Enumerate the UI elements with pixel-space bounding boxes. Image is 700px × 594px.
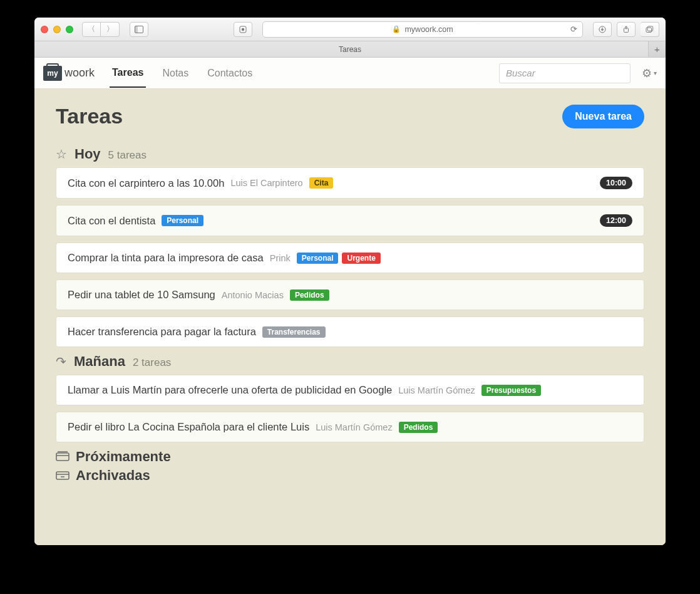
task-subtitle: Antonio Macias	[222, 290, 284, 300]
task-tags: Presupuestos	[481, 385, 541, 396]
chevron-down-icon: ▾	[654, 70, 657, 76]
reload-icon[interactable]: ⟳	[570, 24, 577, 34]
task-title: Comprar la tinta para la impresora de ca…	[68, 252, 264, 264]
tag: Cita	[309, 177, 334, 189]
gear-icon: ⚙	[642, 66, 652, 80]
task-title: Cita con el carpintero a las 10.00h	[68, 177, 224, 189]
task-tags: Pedidos	[399, 422, 438, 433]
section-archived[interactable]: Archivadas	[56, 467, 644, 484]
search-input[interactable]	[499, 63, 631, 83]
task-subtitle: Luis Martín Gómez	[398, 385, 475, 395]
task-row[interactable]: Pedir el libro La Cocina Española para e…	[56, 412, 644, 442]
browser-titlebar: 〈 〉 🔒 mywoork.com ⟳	[34, 18, 666, 41]
tag: Urgente	[342, 253, 380, 264]
app-navbar: my woork Tareas Notas Contactos ⚙ ▾	[34, 58, 666, 89]
nav-history-buttons: 〈 〉	[82, 22, 120, 37]
section-header-tomorrow: ↷ Mañana 2 tareas	[56, 353, 644, 370]
nav-tabs: Tareas Notas Contactos	[110, 59, 255, 88]
section-count-today: 5 tareas	[108, 149, 147, 162]
task-row[interactable]: Hacer transferencia para pagar la factur…	[56, 316, 644, 347]
app: my woork Tareas Notas Contactos ⚙ ▾ Tare…	[34, 58, 666, 545]
minimize-window[interactable]	[53, 26, 61, 33]
task-row[interactable]: Comprar la tinta para la impresora de ca…	[56, 242, 644, 273]
inbox-icon	[56, 450, 69, 464]
logo-text: woork	[64, 66, 95, 80]
section-title-tomorrow: Mañana	[74, 353, 125, 370]
new-tab-button[interactable]: +	[648, 41, 666, 57]
task-subtitle: Luis El Carpintero	[230, 178, 302, 188]
section-title-today: Hoy	[75, 146, 101, 162]
new-task-button[interactable]: Nueva tarea	[562, 105, 644, 128]
task-subtitle: Luis Martín Gómez	[316, 422, 393, 432]
browser-tabbar: Tareas +	[34, 41, 666, 58]
nav-tab-tareas[interactable]: Tareas	[110, 59, 146, 88]
task-title: Llamar a Luis Martín para ofrecerle una …	[68, 384, 392, 396]
tag: Pedidos	[290, 289, 329, 301]
section-count-tomorrow: 2 tareas	[133, 357, 171, 369]
tag: Personal	[162, 215, 203, 226]
task-title: Pedir una tablet de 10 Samsung	[68, 289, 215, 301]
tag: Personal	[297, 253, 339, 264]
section-header-today: ☆ Hoy 5 tareas	[56, 146, 644, 162]
svg-rect-7	[647, 26, 653, 31]
lock-icon: 🔒	[392, 25, 401, 33]
nav-tab-contactos[interactable]: Contactos	[205, 60, 255, 87]
svg-rect-6	[646, 28, 652, 33]
svg-point-3	[242, 28, 244, 30]
task-row[interactable]: Pedir una tablet de 10 SamsungAntonio Ma…	[56, 279, 644, 310]
downloads-button[interactable]	[593, 22, 612, 37]
task-time: 12:00	[600, 214, 632, 227]
url-host: mywoork.com	[404, 25, 453, 34]
svg-rect-8	[56, 453, 69, 461]
browser-window: 〈 〉 🔒 mywoork.com ⟳ Tareas	[34, 18, 666, 545]
reader-button[interactable]	[234, 22, 252, 37]
svg-rect-9	[56, 472, 69, 479]
svg-rect-1	[135, 26, 138, 33]
app-logo[interactable]: my woork	[43, 66, 95, 81]
tab-title[interactable]: Tareas	[339, 45, 361, 54]
zoom-window[interactable]	[66, 26, 73, 33]
task-row[interactable]: Cita con el carpintero a las 10.00hLuis …	[56, 167, 644, 199]
tag: Pedidos	[399, 422, 438, 433]
forward-button[interactable]: 〉	[101, 22, 120, 37]
task-title: Pedir el libro La Cocina Española para e…	[68, 421, 309, 433]
toolbar-right	[593, 22, 659, 37]
tag: Presupuestos	[481, 385, 541, 396]
tabs-overview-button[interactable]	[641, 22, 659, 37]
task-tags: PersonalUrgente	[297, 253, 381, 264]
task-row[interactable]: Llamar a Luis Martín para ofrecerle una …	[56, 375, 644, 405]
share-button[interactable]	[617, 22, 636, 37]
page: Tareas Nueva tarea ☆ Hoy 5 tareas Cita c…	[34, 89, 666, 545]
task-tags: Transferencias	[262, 326, 326, 338]
window-controls	[41, 26, 73, 33]
tag: Transferencias	[262, 326, 326, 338]
task-list-today: Cita con el carpintero a las 10.00hLuis …	[56, 167, 644, 347]
star-icon: ☆	[56, 147, 67, 162]
close-window[interactable]	[41, 26, 48, 33]
task-title: Cita con el dentista	[68, 215, 155, 227]
page-header: Tareas Nueva tarea	[56, 104, 644, 128]
settings-menu[interactable]: ⚙ ▾	[642, 66, 657, 80]
task-title: Hacer transferencia para pagar la factur…	[68, 326, 256, 338]
section-upcoming-title: Próximamente	[76, 449, 171, 465]
section-archived-title: Archivadas	[76, 467, 150, 484]
arrow-forward-icon: ↷	[56, 354, 66, 369]
section-upcoming[interactable]: Próximamente	[56, 449, 644, 465]
nav-tab-notas[interactable]: Notas	[160, 60, 191, 87]
task-row[interactable]: Cita con el dentistaPersonal12:00	[56, 205, 644, 236]
task-tags: Personal	[162, 215, 203, 226]
archive-icon	[56, 469, 69, 482]
address-bar[interactable]: 🔒 mywoork.com ⟳	[262, 21, 583, 38]
task-tags: Cita	[309, 177, 334, 189]
page-title: Tareas	[56, 104, 123, 128]
task-tags: Pedidos	[290, 289, 329, 301]
task-time: 10:00	[600, 177, 632, 189]
task-list-tomorrow: Llamar a Luis Martín para ofrecerle una …	[56, 375, 644, 442]
back-button[interactable]: 〈	[82, 22, 101, 37]
logo-badge: my	[43, 66, 62, 81]
task-subtitle: Prink	[270, 253, 291, 263]
sidebar-toggle[interactable]	[130, 22, 148, 37]
